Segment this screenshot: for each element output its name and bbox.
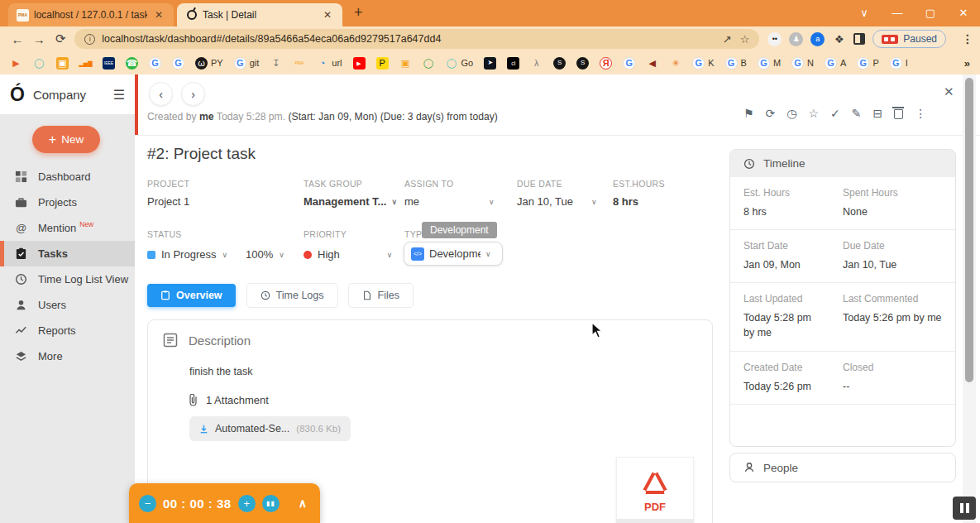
- bookmark-flower-icon[interactable]: ✳: [669, 57, 681, 70]
- bookmark-cursor-app-icon[interactable]: ➤: [484, 57, 496, 70]
- scrollbar-thumb[interactable]: [965, 78, 973, 382]
- people-card[interactable]: People: [729, 453, 956, 482]
- timer-expand-icon[interactable]: ∧: [299, 497, 310, 510]
- sidebar-item-tasks[interactable]: Tasks: [0, 241, 135, 266]
- archive-icon[interactable]: ⊟: [873, 108, 883, 119]
- sidebar-item-more[interactable]: More: [0, 343, 135, 369]
- tab-files[interactable]: Files: [349, 284, 413, 307]
- back-button[interactable]: ←: [7, 32, 28, 46]
- bookmark-phpmyadmin-icon[interactable]: PMA: [293, 57, 305, 70]
- new-tab-button[interactable]: +: [354, 4, 363, 22]
- window-chevron-icon[interactable]: ∨: [848, 0, 881, 26]
- window-minimize-button[interactable]: —: [881, 0, 914, 26]
- bookmark-youtube-icon[interactable]: ▶: [353, 57, 366, 70]
- site-info-icon[interactable]: i: [84, 34, 95, 45]
- bookmark-godaddy-icon[interactable]: ◯: [33, 57, 45, 70]
- bookmark-google-a-icon[interactable]: GA: [825, 57, 846, 70]
- progress-percent-select[interactable]: 100% ∨: [246, 248, 284, 261]
- bookmark-google-git-icon[interactable]: Ggit: [234, 57, 260, 70]
- bookmark-star-icon[interactable]: ☆: [740, 33, 750, 46]
- status-select[interactable]: In Progress ∨: [147, 248, 227, 261]
- delete-icon[interactable]: [894, 109, 903, 119]
- tab-time-logs[interactable]: Time Logs: [247, 284, 337, 307]
- recorder-paused-button[interactable]: Paused: [872, 30, 946, 48]
- tab-overview[interactable]: Overview: [147, 284, 236, 307]
- bookmark-figure-icon[interactable]: λ: [530, 57, 543, 70]
- address-bar[interactable]: i localhost/task/dashboard#/details/89a5…: [74, 29, 759, 49]
- bookmark-speedtest-icon[interactable]: ◔url: [316, 57, 342, 70]
- bookmark-p-app-icon[interactable]: P: [376, 57, 389, 70]
- scrollbar[interactable]: [963, 74, 976, 523]
- timer-pause-button[interactable]: ▮▮: [262, 495, 280, 512]
- type-select[interactable]: </> Developme... ∨: [404, 242, 503, 266]
- bookmark-google-i-icon[interactable]: GI: [890, 57, 908, 70]
- close-detail-icon[interactable]: ✕: [944, 84, 954, 99]
- task-group-select[interactable]: Management T...∨: [304, 195, 397, 208]
- a-extension-icon[interactable]: a: [810, 32, 825, 46]
- window-close-button[interactable]: ✕: [947, 0, 980, 26]
- reload-button[interactable]: ⟳: [50, 31, 71, 46]
- bookmark-globe-icon-2[interactable]: S: [576, 57, 589, 70]
- new-button[interactable]: + New: [32, 126, 100, 153]
- bookmark-analytics-icon[interactable]: ▂▅▇: [79, 57, 92, 70]
- side-panel-icon[interactable]: [853, 33, 865, 45]
- timer-increase-button[interactable]: +: [238, 495, 256, 512]
- sidebar-toggle-icon[interactable]: ☰: [113, 87, 125, 103]
- bookmark-google-icon-2[interactable]: G: [172, 57, 184, 70]
- bookmark-camera-app-icon[interactable]: ▣: [56, 57, 69, 70]
- bookmark-ieee-icon[interactable]: IEEE: [103, 57, 115, 70]
- panda-extension-icon[interactable]: ••: [767, 32, 782, 46]
- pdf-preview[interactable]: PDF Automated-...: [616, 457, 694, 523]
- tab-close-icon[interactable]: ✕: [321, 9, 334, 21]
- browser-menu-icon[interactable]: ⋮: [962, 32, 973, 46]
- edit-pencil-icon[interactable]: ✎: [852, 108, 862, 119]
- bookmark-whatsapp-icon[interactable]: ☎: [126, 57, 138, 70]
- bookmark-google-n-icon[interactable]: GN: [791, 57, 814, 70]
- bookmark-google-m-icon[interactable]: GM: [758, 57, 781, 70]
- bookmark-cl-icon[interactable]: cl: [507, 57, 519, 70]
- bookmark-ring-icon[interactable]: ◯: [423, 57, 435, 70]
- recording-pause-button[interactable]: [953, 497, 976, 520]
- bookmark-google-k-icon[interactable]: GK: [692, 57, 714, 70]
- check-icon[interactable]: ✓: [830, 108, 840, 119]
- star-icon[interactable]: ☆: [809, 108, 820, 119]
- sidebar-item-users[interactable]: Users: [0, 292, 135, 318]
- bookmark-google-p-icon[interactable]: GP: [857, 57, 878, 70]
- prev-task-button[interactable]: ‹: [149, 82, 173, 106]
- next-task-button[interactable]: ›: [181, 82, 205, 106]
- tab-close-icon[interactable]: ✕: [152, 9, 165, 21]
- bookmark-go-icon[interactable]: ◯Go: [446, 57, 474, 70]
- share-icon[interactable]: ↗: [723, 33, 732, 46]
- assign-to-select[interactable]: me∨: [404, 195, 495, 208]
- bookmark-film-icon[interactable]: ▣: [399, 57, 412, 70]
- flag-icon[interactable]: ⚑: [743, 108, 754, 119]
- bookmark-matlab-icon[interactable]: ◀: [646, 57, 658, 70]
- priority-select[interactable]: High ∨: [304, 248, 392, 261]
- bookmark-google-icon[interactable]: G: [149, 57, 161, 70]
- bookmark-google-b-icon[interactable]: GB: [725, 57, 747, 70]
- bookmark-shortcut-arrow-icon[interactable]: ▶: [10, 57, 22, 70]
- browser-tab-task-detail[interactable]: Task | Detail ✕: [177, 3, 342, 26]
- bookmark-google-icon-3[interactable]: G: [623, 57, 635, 70]
- attachment-file[interactable]: Automated-Se... (830.6 Kb): [189, 416, 351, 441]
- browser-tab-phpmyadmin[interactable]: PMA localhost / 127.0.0.1 / task | phpM …: [8, 3, 174, 26]
- window-maximize-button[interactable]: ▢: [914, 0, 947, 26]
- timer-decrease-button[interactable]: −: [139, 495, 156, 512]
- extensions-puzzle-icon[interactable]: ❖: [832, 32, 846, 46]
- forward-button[interactable]: →: [28, 32, 50, 46]
- clock-icon[interactable]: ◷: [786, 108, 796, 119]
- sidebar-item-reports[interactable]: Reports: [0, 318, 135, 343]
- sync-icon[interactable]: ⟳: [766, 108, 776, 119]
- sidebar-item-mention[interactable]: @ Mention New: [0, 215, 135, 241]
- bookmark-download-tool-icon[interactable]: ↧: [270, 57, 282, 70]
- bookmark-yandex-icon[interactable]: Я: [600, 57, 612, 70]
- bookmark-globe-icon[interactable]: S: [553, 57, 566, 70]
- due-date-select[interactable]: Jan 10, Tue∨: [517, 195, 597, 208]
- bookmark-github-icon[interactable]: ωPY: [195, 57, 223, 70]
- bookmarks-overflow-icon[interactable]: »: [964, 57, 970, 70]
- sidebar-item-dashboard[interactable]: Dashboard: [0, 164, 135, 190]
- sidebar-item-projects[interactable]: Projects: [0, 190, 135, 215]
- more-options-icon[interactable]: ⋮: [915, 108, 926, 119]
- profile-extension-icon[interactable]: ♟: [789, 32, 803, 46]
- sidebar-item-time-log-list-view[interactable]: Time Log List View: [0, 266, 135, 292]
